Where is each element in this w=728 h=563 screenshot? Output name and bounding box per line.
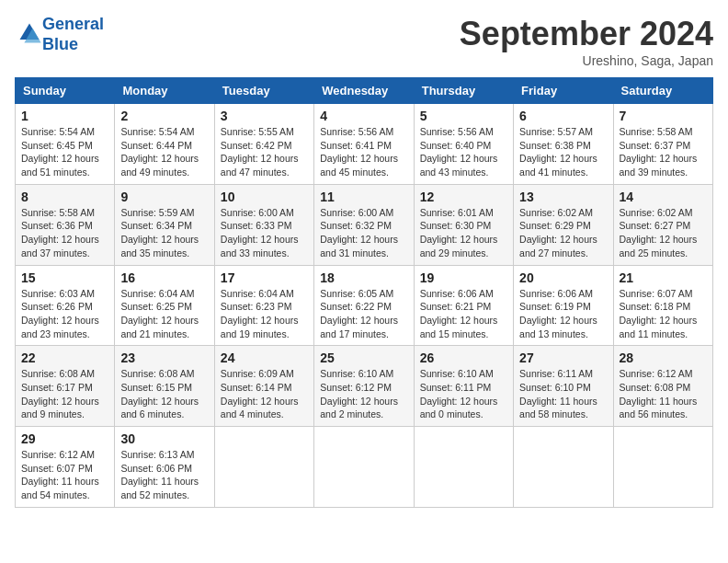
day-number: 29 [21,431,108,446]
day-info: Sunrise: 6:06 AM Sunset: 6:21 PM Dayligh… [420,287,507,341]
column-header-friday: Friday [514,78,613,104]
calendar-cell: 1Sunrise: 5:54 AM Sunset: 6:45 PM Daylig… [16,104,115,185]
day-number: 18 [320,270,407,285]
day-info: Sunrise: 6:04 AM Sunset: 6:25 PM Dayligh… [120,287,208,341]
calendar-cell: 30Sunrise: 6:13 AM Sunset: 6:06 PM Dayli… [115,427,214,508]
day-info: Sunrise: 6:04 AM Sunset: 6:23 PM Dayligh… [221,287,308,341]
day-info: Sunrise: 5:58 AM Sunset: 6:37 PM Dayligh… [620,125,707,179]
calendar-cell [613,427,712,508]
calendar-cell: 19Sunrise: 6:06 AM Sunset: 6:21 PM Dayli… [414,265,513,346]
calendar-cell: 15Sunrise: 6:03 AM Sunset: 6:26 PM Dayli… [16,265,115,346]
day-info: Sunrise: 6:09 AM Sunset: 6:14 PM Dayligh… [221,367,308,421]
calendar-cell: 9Sunrise: 5:59 AM Sunset: 6:34 PM Daylig… [115,184,214,265]
logo-icon [17,20,42,46]
day-info: Sunrise: 6:01 AM Sunset: 6:30 PM Dayligh… [420,206,507,260]
day-number: 16 [120,270,208,285]
calendar-cell [214,427,313,508]
calendar-cell: 21Sunrise: 6:07 AM Sunset: 6:18 PM Dayli… [613,265,712,346]
day-info: Sunrise: 5:57 AM Sunset: 6:38 PM Dayligh… [519,125,607,179]
day-info: Sunrise: 6:11 AM Sunset: 6:10 PM Dayligh… [519,367,607,421]
calendar-cell: 20Sunrise: 6:06 AM Sunset: 6:19 PM Dayli… [514,265,613,346]
day-number: 28 [620,350,707,365]
calendar-cell: 17Sunrise: 6:04 AM Sunset: 6:23 PM Dayli… [214,265,313,346]
day-info: Sunrise: 6:10 AM Sunset: 6:12 PM Dayligh… [320,367,407,421]
location: Ureshino, Saga, Japan [460,53,713,68]
day-info: Sunrise: 6:02 AM Sunset: 6:29 PM Dayligh… [519,206,607,260]
column-header-wednesday: Wednesday [314,78,414,104]
day-number: 27 [519,350,607,365]
calendar-header-row: SundayMondayTuesdayWednesdayThursdayFrid… [16,78,713,104]
calendar-cell: 25Sunrise: 6:10 AM Sunset: 6:12 PM Dayli… [314,346,414,427]
day-info: Sunrise: 6:12 AM Sunset: 6:08 PM Dayligh… [620,367,707,421]
day-info: Sunrise: 6:00 AM Sunset: 6:32 PM Dayligh… [320,206,407,260]
calendar-cell: 11Sunrise: 6:00 AM Sunset: 6:32 PM Dayli… [314,184,414,265]
column-header-sunday: Sunday [16,78,115,104]
calendar-cell: 12Sunrise: 6:01 AM Sunset: 6:30 PM Dayli… [414,184,513,265]
calendar-cell: 7Sunrise: 5:58 AM Sunset: 6:37 PM Daylig… [613,104,712,185]
calendar-cell: 27Sunrise: 6:11 AM Sunset: 6:10 PM Dayli… [514,346,613,427]
day-number: 5 [420,109,507,123]
calendar-week-row: 15Sunrise: 6:03 AM Sunset: 6:26 PM Dayli… [16,265,713,346]
calendar-cell: 5Sunrise: 5:56 AM Sunset: 6:40 PM Daylig… [414,104,513,185]
day-info: Sunrise: 5:56 AM Sunset: 6:40 PM Dayligh… [420,125,507,179]
day-number: 8 [21,190,108,204]
calendar-cell: 22Sunrise: 6:08 AM Sunset: 6:17 PM Dayli… [16,346,115,427]
day-info: Sunrise: 6:03 AM Sunset: 6:26 PM Dayligh… [21,287,108,341]
day-number: 15 [21,270,108,285]
day-number: 1 [21,109,108,123]
logo-text: General Blue [42,15,104,54]
calendar-cell [514,427,613,508]
logo: General Blue [15,15,104,54]
day-number: 26 [420,350,507,365]
day-number: 22 [21,350,108,365]
calendar-table: SundayMondayTuesdayWednesdayThursdayFrid… [15,77,713,508]
calendar-cell: 10Sunrise: 6:00 AM Sunset: 6:33 PM Dayli… [214,184,313,265]
day-number: 20 [519,270,607,285]
day-info: Sunrise: 6:06 AM Sunset: 6:19 PM Dayligh… [519,287,607,341]
calendar-cell: 3Sunrise: 5:55 AM Sunset: 6:42 PM Daylig… [214,104,313,185]
day-info: Sunrise: 5:55 AM Sunset: 6:42 PM Dayligh… [221,125,308,179]
day-info: Sunrise: 6:08 AM Sunset: 6:15 PM Dayligh… [120,367,208,421]
day-number: 2 [120,109,208,123]
day-number: 19 [420,270,507,285]
month-title: September 2024 [460,15,713,53]
column-header-thursday: Thursday [414,78,513,104]
day-number: 11 [320,190,407,204]
calendar-cell [314,427,414,508]
day-info: Sunrise: 6:10 AM Sunset: 6:11 PM Dayligh… [420,367,507,421]
day-info: Sunrise: 6:07 AM Sunset: 6:18 PM Dayligh… [620,287,707,341]
calendar-cell [414,427,513,508]
page-header: General Blue September 2024 Ureshino, Sa… [15,15,713,68]
calendar-week-row: 8Sunrise: 5:58 AM Sunset: 6:36 PM Daylig… [16,184,713,265]
day-number: 23 [120,350,208,365]
calendar-cell: 8Sunrise: 5:58 AM Sunset: 6:36 PM Daylig… [16,184,115,265]
day-number: 21 [620,270,707,285]
day-number: 4 [320,109,407,123]
day-number: 9 [120,190,208,204]
day-number: 10 [221,190,308,204]
calendar-cell: 13Sunrise: 6:02 AM Sunset: 6:29 PM Dayli… [514,184,613,265]
day-number: 30 [120,431,208,446]
day-info: Sunrise: 5:54 AM Sunset: 6:45 PM Dayligh… [21,125,108,179]
day-number: 14 [620,190,707,204]
calendar-cell: 18Sunrise: 6:05 AM Sunset: 6:22 PM Dayli… [314,265,414,346]
calendar-cell: 14Sunrise: 6:02 AM Sunset: 6:27 PM Dayli… [613,184,712,265]
day-number: 3 [221,109,308,123]
day-number: 6 [519,109,607,123]
day-info: Sunrise: 5:59 AM Sunset: 6:34 PM Dayligh… [120,206,208,260]
calendar-cell: 6Sunrise: 5:57 AM Sunset: 6:38 PM Daylig… [514,104,613,185]
calendar-cell: 4Sunrise: 5:56 AM Sunset: 6:41 PM Daylig… [314,104,414,185]
calendar-cell: 16Sunrise: 6:04 AM Sunset: 6:25 PM Dayli… [115,265,214,346]
calendar-cell: 28Sunrise: 6:12 AM Sunset: 6:08 PM Dayli… [613,346,712,427]
calendar-week-row: 1Sunrise: 5:54 AM Sunset: 6:45 PM Daylig… [16,104,713,185]
day-number: 25 [320,350,407,365]
day-number: 7 [620,109,707,123]
calendar-week-row: 22Sunrise: 6:08 AM Sunset: 6:17 PM Dayli… [16,346,713,427]
day-info: Sunrise: 6:02 AM Sunset: 6:27 PM Dayligh… [620,206,707,260]
day-info: Sunrise: 6:13 AM Sunset: 6:06 PM Dayligh… [120,448,208,502]
calendar-cell: 23Sunrise: 6:08 AM Sunset: 6:15 PM Dayli… [115,346,214,427]
day-number: 13 [519,190,607,204]
day-info: Sunrise: 6:12 AM Sunset: 6:07 PM Dayligh… [21,448,108,502]
day-info: Sunrise: 5:54 AM Sunset: 6:44 PM Dayligh… [120,125,208,179]
day-info: Sunrise: 5:58 AM Sunset: 6:36 PM Dayligh… [21,206,108,260]
